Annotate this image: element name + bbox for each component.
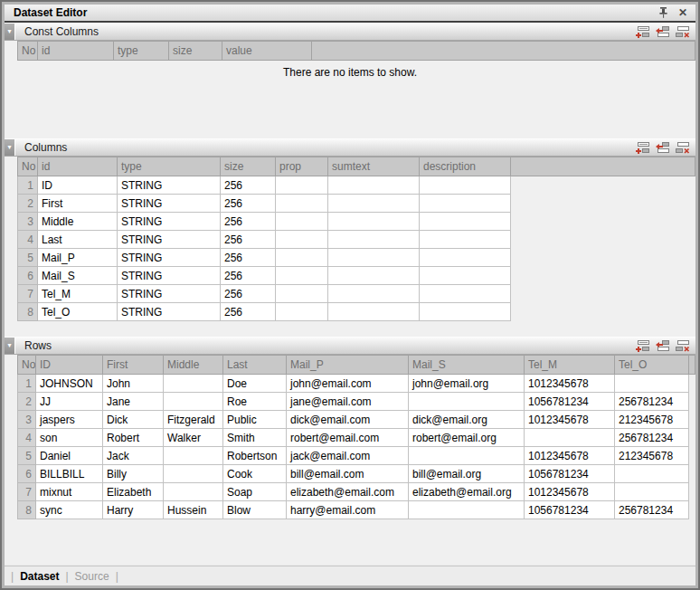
data-cell[interactable]: ID (38, 176, 118, 195)
data-cell[interactable] (276, 285, 328, 303)
delete-row-button[interactable] (675, 141, 690, 154)
data-cell[interactable]: 1056781234 (525, 465, 615, 483)
data-cell[interactable]: Tel_M (38, 285, 118, 303)
data-cell[interactable]: Doe (223, 375, 287, 393)
data-cell[interactable] (328, 303, 420, 321)
data-cell[interactable]: jaspers (36, 411, 103, 429)
data-cell[interactable] (276, 231, 328, 249)
data-cell[interactable]: Mail_S (38, 267, 118, 285)
data-cell[interactable]: 256 (221, 195, 276, 213)
data-cell[interactable] (276, 303, 328, 321)
table-row[interactable]: 8Tel_OSTRING256 (18, 303, 695, 321)
data-cell[interactable]: john@email.org (409, 375, 525, 393)
data-cell[interactable] (276, 249, 328, 267)
data-cell[interactable] (328, 267, 420, 285)
data-cell[interactable]: 256 (221, 176, 276, 195)
table-row[interactable]: 2FirstSTRING256 (18, 195, 695, 213)
data-cell[interactable]: 256 (221, 231, 276, 249)
data-cell[interactable]: jack@email.com (287, 447, 409, 465)
table-row[interactable]: 4sonRobertWalkerSmithrobert@email.comrob… (18, 429, 695, 447)
data-cell[interactable]: STRING (118, 176, 221, 195)
table-row[interactable]: 1IDSTRING256 (18, 176, 695, 195)
data-cell[interactable]: Soap (223, 483, 287, 501)
data-cell[interactable]: 256781234 (615, 393, 689, 411)
data-cell[interactable] (328, 231, 420, 249)
data-cell[interactable]: dick@email.org (409, 411, 525, 429)
row-number-cell[interactable]: 8 (18, 501, 36, 519)
data-cell[interactable]: Billy (103, 465, 164, 483)
row-number-cell[interactable]: 4 (18, 429, 36, 447)
table-row[interactable]: 2JJJaneRoejane@email.com1056781234256781… (18, 393, 695, 411)
row-number-cell[interactable]: 3 (18, 411, 36, 429)
data-cell[interactable]: 256 (221, 249, 276, 267)
data-cell[interactable]: 1012345678 (525, 447, 615, 465)
data-cell[interactable] (420, 285, 511, 303)
data-cell[interactable]: 256 (221, 285, 276, 303)
data-cell[interactable]: First (38, 195, 118, 213)
row-number-cell[interactable]: 6 (18, 267, 38, 285)
data-cell[interactable] (420, 249, 511, 267)
data-cell[interactable]: Hussein (164, 501, 223, 519)
data-cell[interactable]: Jane (103, 393, 164, 411)
row-number-cell[interactable]: 3 (18, 213, 38, 231)
row-number-cell[interactable]: 6 (18, 465, 36, 483)
table-row[interactable]: 3MiddleSTRING256 (18, 213, 695, 231)
data-cell[interactable]: elizabeth@email.org (409, 483, 525, 501)
tab-source[interactable]: Source (75, 570, 109, 583)
table-row[interactable]: 6BILLBILLBillyCookbill@email.combill@ema… (18, 465, 695, 483)
data-cell[interactable] (328, 195, 420, 213)
row-number-cell[interactable]: 5 (18, 249, 38, 267)
data-cell[interactable]: robert@email.org (409, 429, 525, 447)
table-row[interactable]: 5DanielJackRobertsonjack@email.com101234… (18, 447, 695, 465)
data-cell[interactable]: Public (223, 411, 287, 429)
data-cell[interactable] (164, 465, 223, 483)
data-cell[interactable]: 256781234 (615, 501, 689, 519)
data-cell[interactable] (276, 213, 328, 231)
data-cell[interactable] (420, 195, 511, 213)
data-cell[interactable]: JJ (36, 393, 103, 411)
data-cell[interactable]: bill@email.org (409, 465, 525, 483)
data-cell[interactable]: Elizabeth (103, 483, 164, 501)
row-number-cell[interactable]: 2 (18, 195, 38, 213)
data-cell[interactable]: STRING (118, 213, 221, 231)
data-cell[interactable]: Daniel (36, 447, 103, 465)
row-number-cell[interactable]: 5 (18, 447, 36, 465)
data-cell[interactable] (276, 267, 328, 285)
data-cell[interactable]: STRING (118, 249, 221, 267)
data-cell[interactable]: BILLBILL (36, 465, 103, 483)
tab-dataset[interactable]: Dataset (20, 570, 59, 583)
data-cell[interactable] (615, 375, 689, 393)
data-cell[interactable]: 256 (221, 303, 276, 321)
rows-collapse-button[interactable]: ▾ (5, 338, 15, 354)
table-row[interactable]: 8syncHarryHusseinBlowharry@email.com1056… (18, 501, 695, 519)
data-cell[interactable]: Middle (38, 213, 118, 231)
row-number-cell[interactable]: 4 (18, 231, 38, 249)
data-cell[interactable]: Dick (103, 411, 164, 429)
add-row-button[interactable] (635, 25, 650, 38)
data-cell[interactable]: jane@email.com (287, 393, 409, 411)
data-cell[interactable] (420, 213, 511, 231)
table-row[interactable]: 5Mail_PSTRING256 (18, 249, 695, 267)
data-cell[interactable]: Fitzgerald (164, 411, 223, 429)
data-cell[interactable] (276, 176, 328, 195)
data-cell[interactable] (164, 447, 223, 465)
data-cell[interactable]: 1012345678 (525, 483, 615, 501)
columns-collapse-button[interactable]: ▾ (5, 139, 15, 156)
row-number-cell[interactable]: 8 (18, 303, 38, 321)
data-cell[interactable]: STRING (118, 267, 221, 285)
data-cell[interactable]: Walker (164, 429, 223, 447)
data-cell[interactable]: Harry (103, 501, 164, 519)
data-cell[interactable]: JOHNSON (36, 375, 103, 393)
data-cell[interactable] (409, 393, 525, 411)
table-row[interactable]: 3jaspersDickFitzgeraldPublicdick@email.c… (18, 411, 695, 429)
row-number-cell[interactable]: 7 (18, 285, 38, 303)
data-cell[interactable]: STRING (118, 231, 221, 249)
data-cell[interactable]: john@email.com (287, 375, 409, 393)
data-cell[interactable]: Cook (223, 465, 287, 483)
data-cell[interactable]: Robert (103, 429, 164, 447)
data-cell[interactable] (420, 267, 511, 285)
data-cell[interactable] (164, 393, 223, 411)
data-cell[interactable]: Jack (103, 447, 164, 465)
data-cell[interactable] (328, 285, 420, 303)
data-cell[interactable]: son (36, 429, 103, 447)
